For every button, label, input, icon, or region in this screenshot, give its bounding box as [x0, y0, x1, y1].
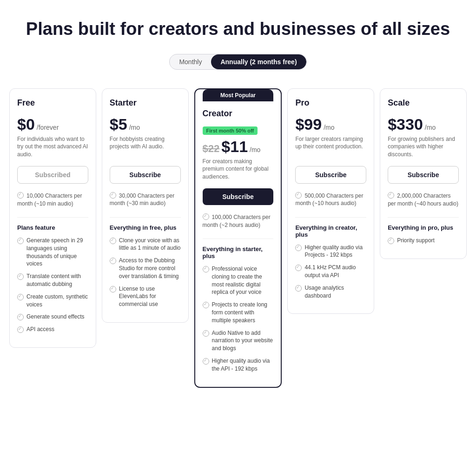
check-icon: [295, 285, 302, 292]
feature-item: Usage analytics dashboard: [295, 284, 366, 300]
plan-card-pro: Pro$99/moFor larger creators ramping up …: [287, 88, 374, 314]
characters-info: 10,000 Characters per month (~10 min aud…: [17, 191, 88, 210]
subscribe-button-starter[interactable]: Subscribe: [110, 166, 181, 184]
check-icon: [17, 314, 24, 320]
price-original: $22: [203, 143, 220, 155]
price-amount: $99: [295, 115, 322, 133]
check-icon: [110, 258, 116, 264]
characters-info: 30,000 Characters per month (~30 min aud…: [110, 191, 181, 210]
features-title: Everything in free, plus: [110, 224, 181, 231]
billing-toggle: Monthly Annually (2 months free): [9, 54, 467, 70]
check-icon: [110, 192, 116, 199]
plan-description: For larger creators ramping up their con…: [295, 135, 366, 159]
plan-name: Creator: [203, 109, 274, 119]
plan-name: Scale: [388, 98, 459, 108]
price-amount: $5: [110, 115, 127, 133]
plan-card-free: Free$0/foreverFor individuals who want t…: [9, 88, 96, 348]
feature-item: Higher quality audio via the API - 192 k…: [203, 357, 274, 373]
plan-price: $99/mo: [295, 115, 366, 133]
monthly-toggle[interactable]: Monthly: [170, 54, 211, 69]
feature-item: API access: [17, 326, 88, 333]
check-icon: [110, 286, 116, 292]
plan-description: For creators making premium content for …: [203, 158, 274, 181]
page-title: Plans built for creators and businesses …: [9, 19, 467, 40]
characters-info: 500,000 Characters per month (~10 hours …: [295, 191, 366, 210]
price-period: /mo: [250, 146, 260, 153]
discount-badge: First month 50% off: [203, 126, 258, 135]
check-icon: [203, 302, 209, 308]
price-amount: $0: [17, 115, 35, 133]
feature-item: Access to the Dubbing Studio for more co…: [110, 257, 181, 280]
characters-info: 100,000 Characters per month (~2 hours a…: [203, 213, 274, 231]
check-icon: [203, 358, 209, 365]
features-title: Everything in pro, plus: [388, 224, 459, 231]
plan-price: $22$11/mo: [203, 138, 274, 156]
feature-item: Generate sound effects: [17, 313, 88, 321]
featured-badge: Most Popular: [203, 89, 274, 101]
price-period: /mo: [324, 124, 334, 131]
subscribe-button-scale[interactable]: Subscribe: [388, 166, 459, 184]
plan-card-scale: Scale$330/moFor growing publishers and c…: [380, 88, 467, 259]
plan-description: For individuals who want to try out the …: [17, 135, 88, 159]
check-icon: [110, 238, 116, 244]
check-icon: [203, 330, 209, 337]
price-period: /mo: [129, 124, 140, 131]
check-icon: [17, 192, 24, 199]
price-amount: $330: [388, 115, 423, 133]
characters-info: 2,000,000 Characters per month (~40 hour…: [388, 191, 459, 210]
features-title: Everything in creator, plus: [295, 224, 366, 238]
subscribe-button-free: Subscribed: [17, 166, 88, 184]
feature-item: Audio Native to add narration to your we…: [203, 329, 274, 352]
check-icon: [295, 265, 302, 271]
plan-name: Pro: [295, 98, 366, 108]
feature-item: Generate speech in 29 languages using th…: [17, 237, 88, 268]
plan-price: $0/forever: [17, 115, 88, 133]
feature-item: Translate content with automatic dubbing: [17, 272, 88, 288]
features-title: Everything in starter, plus: [203, 246, 274, 259]
check-icon: [388, 192, 394, 199]
check-icon: [17, 326, 24, 333]
feature-item: License to use ElevenLabs for commercial…: [110, 285, 181, 308]
plan-description: For growing publishers and companies wit…: [388, 135, 459, 159]
plans-grid: Free$0/foreverFor individuals who want t…: [9, 88, 467, 388]
plan-price: $5/mo: [110, 115, 181, 133]
plan-card-starter: Starter$5/moFor hobbyists creating proje…: [102, 88, 189, 323]
check-icon: [203, 266, 209, 272]
plan-price: $330/mo: [388, 115, 459, 133]
check-icon: [17, 238, 24, 244]
subscribe-button-pro[interactable]: Subscribe: [295, 166, 366, 184]
price-amount: $11: [221, 138, 248, 156]
price-period: /forever: [37, 124, 59, 131]
feature-item: Higher quality audio via Projects - 192 …: [295, 244, 366, 259]
feature-item: Professional voice cloning to create the…: [203, 265, 274, 296]
price-period: /mo: [425, 124, 436, 131]
plan-name: Starter: [110, 98, 181, 108]
feature-item: Projects to create long form content wit…: [203, 301, 274, 324]
plan-description: For hobbyists creating projects with AI …: [110, 135, 181, 159]
check-icon: [17, 294, 24, 300]
check-icon: [295, 245, 302, 251]
plan-name: Free: [17, 98, 88, 108]
feature-item: 44.1 kHz PCM audio output via API: [295, 264, 366, 279]
features-title: Plans feature: [17, 224, 88, 231]
check-icon: [203, 213, 209, 220]
subscribe-button-creator[interactable]: Subscribe: [203, 188, 274, 205]
check-icon: [17, 273, 24, 280]
feature-item: Create custom, synthetic voices: [17, 293, 88, 309]
plan-card-creator: Most PopularCreatorFirst month 50% off$2…: [194, 88, 282, 388]
feature-item: Clone your voice with as little as 1 min…: [110, 237, 181, 252]
feature-item: Priority support: [388, 237, 459, 245]
check-icon: [295, 192, 302, 199]
check-icon: [388, 238, 394, 244]
annually-toggle[interactable]: Annually (2 months free): [211, 54, 306, 69]
